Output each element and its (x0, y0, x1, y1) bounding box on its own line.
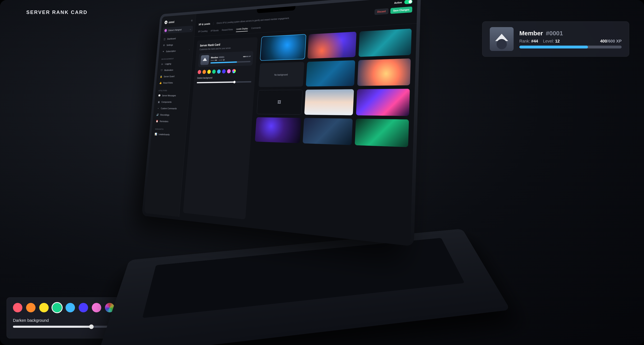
bg-tile[interactable] (308, 32, 356, 59)
sidebar-item-label: Reminders (160, 120, 168, 123)
bg-tile[interactable] (356, 89, 410, 116)
bg-tile[interactable] (304, 89, 354, 116)
image-icon: 🖼 (278, 100, 281, 104)
bg-tile[interactable] (357, 58, 411, 86)
sidebar-section-header: INSIGHTS (154, 127, 184, 131)
darken-bg-slider[interactable] (197, 81, 251, 84)
clock-icon: ⏰ (156, 120, 158, 122)
color-swatch[interactable] (79, 303, 88, 312)
active-label: Active (394, 1, 402, 4)
brand: omni ⎋ (163, 18, 194, 27)
sidebar-item-label: React Roles (163, 82, 173, 84)
color-swatch-custom[interactable] (232, 69, 236, 73)
sidebar-item-label: Settings (166, 44, 173, 46)
gear-icon: ⚙ (163, 44, 165, 47)
bg-tile[interactable] (255, 117, 301, 143)
sidebar-item-settings[interactable]: ⚙Settings (161, 41, 192, 48)
sidebar-item-components[interactable]: ▣Components (156, 99, 187, 105)
sidebar-item-label: Subscription (166, 50, 176, 52)
shield-icon: 🛡 (160, 69, 163, 72)
xp-current: 400 (243, 56, 246, 58)
sidebar-item-reminders[interactable]: ⏰Reminders (154, 118, 185, 125)
blocks-icon: ▣ (158, 100, 160, 104)
member-name: Member (211, 56, 218, 59)
server-selector[interactable]: Oslow's Hangout ⌄ (163, 26, 193, 34)
tab-reward-roles[interactable]: Reward Roles (222, 27, 233, 33)
exit-icon[interactable]: ⎋ (191, 19, 192, 22)
rank-card-settings-panel: Server Rank Card Customize the /rank car… (183, 37, 258, 220)
sidebar-item-server-messages[interactable]: 💬Server Messages (157, 92, 188, 98)
tab-xp-counting[interactable]: XP Counting (198, 29, 208, 34)
bg-tile[interactable] (306, 60, 355, 86)
xp-current: 400 (600, 39, 607, 43)
color-swatch[interactable] (13, 303, 22, 312)
color-swatch[interactable] (198, 70, 201, 74)
rank-label: Rank: (210, 59, 214, 61)
chevron-down-icon: ⌄ (190, 28, 191, 30)
speaker-icon: 🔊 (156, 113, 159, 116)
member-discriminator: #0001 (219, 56, 224, 58)
color-swatch-selected[interactable] (52, 303, 62, 312)
sidebar-section-header: MANAGEMENT (160, 56, 190, 60)
sidebar-item-custom-commands[interactable]: ⌁Custom Commands (156, 106, 186, 112)
sidebar-item-recordings[interactable]: 🔊Recordings (155, 112, 186, 118)
bg-tile[interactable] (260, 34, 306, 60)
discard-button[interactable]: Discard (374, 8, 388, 15)
sidebar-item-subscription[interactable]: ✦Subscription˄ (161, 48, 191, 54)
laptop-mockup: omni ⎋ Oslow's Hangout ⌄ ◫Dashboard ⚙Set… (142, 8, 573, 337)
brand-name: omni (168, 20, 174, 24)
sidebar-item-label: Server Messages (162, 94, 176, 97)
sidebar-item-label: Moderation (164, 69, 173, 72)
darken-bg-label: Darken background (197, 76, 252, 79)
color-swatch[interactable] (212, 70, 216, 74)
sidebar-item-label: Leaderboards (158, 133, 170, 136)
bg-tile[interactable] (355, 119, 409, 147)
xp-progress-bar (210, 61, 250, 64)
breadcrumb: XP & Levels (198, 22, 210, 26)
color-swatch[interactable] (66, 303, 75, 312)
cmd-icon: ⌁ (157, 107, 159, 110)
sidebar-item-logging[interactable]: 🗂Logging (160, 60, 190, 67)
sidebar-item-leaderboards[interactable]: 📊Leaderboards (153, 131, 184, 138)
avatar (200, 55, 209, 65)
tab-levels-display[interactable]: Levels Display (236, 26, 248, 32)
color-swatch[interactable] (202, 70, 206, 74)
bg-tile-upload[interactable]: 🖼 (257, 90, 303, 115)
sidebar-item-label: Logging (165, 62, 171, 65)
color-swatch[interactable] (222, 69, 226, 74)
logo-icon (164, 20, 168, 24)
color-swatch[interactable] (217, 70, 221, 74)
sparkle-icon: ✦ (162, 50, 164, 53)
color-swatch[interactable] (26, 303, 36, 312)
color-swatch[interactable] (207, 70, 211, 74)
color-swatch[interactable] (92, 303, 101, 312)
sidebar-section-header: UTILITIES (157, 88, 188, 92)
sidebar-item-label: Dashboard (167, 37, 176, 40)
tab-xp-boosts[interactable]: XP Boosts (210, 28, 219, 34)
sidebar-item-react-roles[interactable]: 👍React Roles (158, 80, 188, 86)
server-name: Oslow's Hangout (168, 28, 182, 32)
main-column: Active XP & Levels Omni's XP & Leveling … (179, 0, 417, 242)
color-swatch[interactable] (227, 69, 231, 74)
level-label: Level: (219, 59, 222, 61)
sidebar-item-moderation[interactable]: 🛡Moderation (159, 67, 190, 73)
sidebar-item-server-guard[interactable]: 🔒Server Guard (158, 73, 189, 80)
lock-icon: 🔒 (160, 75, 162, 78)
chart-icon: 📊 (155, 133, 157, 136)
bg-tile-none[interactable]: No background (258, 62, 304, 87)
sidebar-item-label: Custom Commands (161, 107, 177, 110)
sidebar-item-label: Server Guard (164, 75, 174, 78)
sidebar-item-dashboard[interactable]: ◫Dashboard (162, 35, 192, 42)
color-swatch[interactable] (39, 303, 49, 312)
bg-tile[interactable] (303, 118, 353, 145)
chevron-up-icon: ˄ (189, 49, 190, 52)
active-toggle[interactable] (404, 0, 412, 4)
darken-bg-slider[interactable] (13, 326, 122, 328)
xp-max: /600 XP (246, 55, 251, 57)
level-value: 12 (223, 59, 224, 60)
bg-tile[interactable] (358, 28, 412, 57)
tab-commands[interactable]: Commands (251, 25, 261, 31)
sidebar-item-label: Components (162, 101, 172, 103)
folder-icon: 🗂 (161, 63, 164, 66)
grid-icon: ◫ (163, 38, 166, 41)
